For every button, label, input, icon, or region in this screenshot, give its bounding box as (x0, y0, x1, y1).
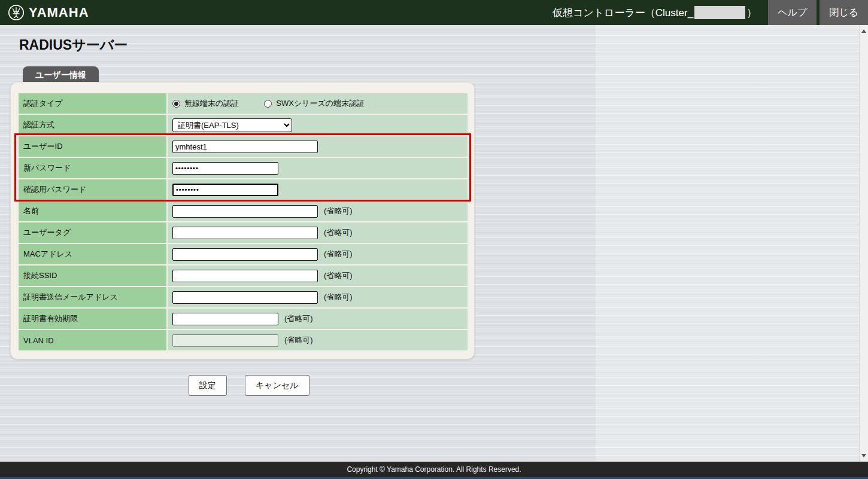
brand: YAMAHA (0, 4, 89, 22)
controller-title: 仮想コントローラー（Cluster_ ） (553, 0, 765, 25)
copyright-text: Copyright © Yamaha Corporation. All Righ… (347, 465, 521, 474)
field-value (168, 179, 468, 200)
controller-title-prefix: 仮想コントローラー（Cluster_ (553, 6, 693, 20)
scroll-down-icon[interactable] (860, 451, 868, 460)
name-input[interactable] (172, 205, 318, 218)
field-value (168, 158, 468, 178)
radio-label: SWXシリーズの端末認証 (276, 98, 365, 109)
table-row-mac-address: MACアドレス (省略可) (19, 244, 468, 264)
mac-address-input[interactable] (172, 248, 318, 261)
page-title: RADIUSサーバー (19, 36, 128, 54)
app-window: YAMAHA 仮想コントローラー（Cluster_ ） ヘルプ 閉じる RADI… (0, 0, 868, 479)
field-label: VLAN ID (19, 330, 166, 350)
field-label: 新パスワード (19, 158, 166, 178)
field-label: 確認用パスワード (19, 179, 166, 200)
table-row-cert-mail: 証明書送信メールアドレス (省略可) (19, 287, 468, 307)
field-value: (省略可) (168, 330, 468, 350)
new-password-input[interactable] (172, 162, 278, 175)
field-value: (省略可) (168, 266, 468, 286)
field-value: (省略可) (168, 287, 468, 307)
controller-title-suffix: ） (746, 6, 757, 20)
field-label: 認証方式 (19, 115, 166, 135)
ssid-input[interactable] (172, 270, 318, 282)
optional-note: (省略可) (324, 227, 353, 238)
optional-note: (省略可) (324, 249, 353, 260)
table-row-user-tag: ユーザータグ (省略可) (19, 222, 468, 243)
field-value: (省略可) (168, 309, 468, 329)
table-row-vlan-id: VLAN ID (省略可) (19, 330, 468, 350)
field-value: (省略可) (168, 222, 468, 243)
footer-bar: Copyright © Yamaha Corporation. All Righ… (0, 462, 868, 479)
radio-label: 無線端末の認証 (184, 98, 239, 109)
field-label: 証明書送信メールアドレス (19, 287, 166, 307)
field-label: 接続SSID (19, 266, 166, 286)
field-label: ユーザータグ (19, 222, 166, 243)
header-bar: YAMAHA 仮想コントローラー（Cluster_ ） ヘルプ 閉じる (0, 0, 868, 25)
cert-expiry-input[interactable] (172, 313, 278, 325)
auth-method-select[interactable]: 証明書(EAP-TLS) (172, 118, 292, 132)
table-row-cert-expiry: 証明書有効期限 (省略可) (19, 309, 468, 329)
radio-option-swx[interactable]: SWXシリーズの端末認証 (264, 98, 365, 109)
table-row-new-password: 新パスワード (19, 158, 468, 178)
field-label: 認証タイプ (19, 93, 166, 114)
optional-note: (省略可) (284, 313, 313, 324)
user-id-input[interactable] (172, 141, 318, 153)
yamaha-logo-icon (7, 4, 25, 22)
table-row-auth-method: 認証方式 証明書(EAP-TLS) (19, 115, 468, 135)
close-button[interactable]: 閉じる (820, 0, 868, 25)
field-label: 証明書有効期限 (19, 309, 166, 329)
action-buttons: 設定 キャンセル (189, 375, 309, 396)
scroll-up-icon[interactable] (860, 26, 868, 36)
radio-wireless-auth[interactable] (172, 100, 180, 108)
field-label: 名前 (19, 201, 166, 221)
form-table: 認証タイプ 無線端末の認証 SWXシリーズの端末認証 認証方式 (19, 93, 468, 350)
brand-name: YAMAHA (29, 5, 89, 20)
help-button[interactable]: ヘルプ (768, 0, 817, 25)
table-row-ssid: 接続SSID (省略可) (19, 266, 468, 286)
optional-note: (省略可) (284, 335, 313, 346)
submit-button[interactable]: 設定 (189, 375, 227, 396)
field-value (168, 136, 468, 157)
optional-note: (省略可) (324, 206, 353, 216)
form-panel: 認証タイプ 無線端末の認証 SWXシリーズの端末認証 認証方式 (10, 82, 475, 359)
field-value: (省略可) (168, 201, 468, 221)
cert-mail-input[interactable] (172, 291, 318, 304)
radio-option-wireless[interactable]: 無線端末の認証 (172, 98, 239, 109)
redacted-cluster-name (694, 6, 745, 19)
user-tag-input[interactable] (172, 227, 318, 239)
vlan-id-input (172, 334, 278, 347)
optional-note: (省略可) (324, 292, 353, 303)
optional-note: (省略可) (324, 270, 353, 281)
table-row-name: 名前 (省略可) (19, 201, 468, 221)
header-right: 仮想コントローラー（Cluster_ ） ヘルプ 閉じる (553, 0, 868, 25)
table-row-confirm-password: 確認用パスワード (19, 179, 468, 200)
vertical-scrollbar[interactable] (859, 25, 868, 462)
field-label: MACアドレス (19, 244, 166, 264)
field-label: ユーザーID (19, 136, 166, 157)
table-row-user-id: ユーザーID (19, 136, 468, 157)
confirm-password-input[interactable] (172, 184, 278, 196)
field-value: 無線端末の認証 SWXシリーズの端末認証 (168, 93, 468, 114)
cancel-button[interactable]: キャンセル (245, 375, 309, 396)
main-content: RADIUSサーバー ユーザー情報 認証タイプ 無線端末の認証 SWXシリーズの… (0, 25, 868, 479)
field-value: (省略可) (168, 244, 468, 264)
table-row-auth-type: 認証タイプ 無線端末の認証 SWXシリーズの端末認証 (19, 93, 468, 114)
field-value: 証明書(EAP-TLS) (168, 115, 468, 135)
radio-swx-auth[interactable] (264, 100, 272, 108)
